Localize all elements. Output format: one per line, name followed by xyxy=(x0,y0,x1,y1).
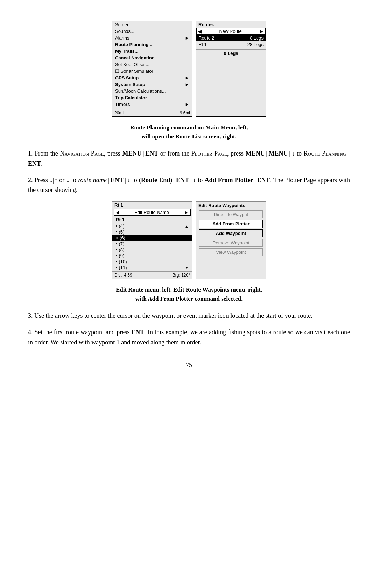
edit-route-name-row: ◀ Edit Route Name ► xyxy=(114,209,191,216)
menu-item-route-planning: Route Planning... xyxy=(112,41,192,48)
er-item-4: • (4) ▲ xyxy=(112,223,192,229)
er-item-8: • (8) xyxy=(112,247,192,253)
menu-item-sonar: ☐ Sonar Simulator xyxy=(112,68,192,74)
menu-item-timers: Timers ► xyxy=(112,101,192,108)
erw-btn-remove: Remove Waypoint xyxy=(199,239,263,247)
paragraph3: 3. Use the arrow keys to center the curs… xyxy=(28,311,350,321)
route-planning-sc: Route Planning xyxy=(304,150,346,157)
menu-footer: 20mi 9.6mi xyxy=(112,109,192,116)
routes-header: Routes xyxy=(196,21,266,28)
er-item-5: • (5) xyxy=(112,229,192,235)
paragraph4: 4. Set the first route waypoint and pres… xyxy=(28,327,350,347)
menu-footer-left: 20mi xyxy=(114,110,124,115)
erw-btn-view: View Waypoint xyxy=(199,248,263,256)
routes-new-route: ◀ New Route ► xyxy=(196,28,266,35)
er-item-6: ○ (6) xyxy=(112,235,192,241)
menu-item-trip-calc: Trip Calculator... xyxy=(112,94,192,101)
new-route-arrow-left: ◀ xyxy=(198,29,202,34)
nav-page-sc: Navigation Page xyxy=(60,150,104,157)
er-footer-dist: Dist: 4.59 xyxy=(114,273,132,278)
er-item-11: • (11) ▼ xyxy=(112,265,192,271)
edit-route-name-arrow-left: ◀ xyxy=(116,210,119,215)
routes-footer: 0 Legs xyxy=(196,49,266,57)
routes-screen: Routes ◀ New Route ► Route 2 0 Legs Rt 1… xyxy=(196,21,266,117)
edit-route-title: Rt 1 xyxy=(112,202,192,208)
menu-item-sounds: Sounds... xyxy=(112,28,192,35)
erw-title: Edit Route Waypoints xyxy=(196,202,266,209)
er-item-9: • (9) xyxy=(112,253,192,259)
menu-item-sunmoon: Sun/Moon Calculations... xyxy=(112,88,192,94)
menu-footer-right: 9.6mi xyxy=(180,110,190,115)
page-number: 75 xyxy=(28,361,350,369)
er-item-10: • (10) xyxy=(112,259,192,265)
edit-route-rt1: Rt 1 xyxy=(112,216,192,223)
edit-waypoints-screen: Edit Route Waypoints Direct To Waypnt Ad… xyxy=(196,201,266,279)
edit-route-footer: Dist: 4.59 Brg: 120° xyxy=(112,271,192,279)
edit-route-name-label: Edit Route Name xyxy=(134,210,169,215)
main-menu-screen: Screen... Sounds... Alarms ► Route Plann… xyxy=(112,21,192,117)
menu-item-alarms: Alarms ► xyxy=(112,35,192,41)
bottom-screenshots-row: Rt 1 ◀ Edit Route Name ► Rt 1 • (4) ▲ • … xyxy=(28,201,350,279)
routes-item-route2: Route 2 0 Legs xyxy=(196,35,266,41)
erw-btn-direct: Direct To Waypnt xyxy=(199,210,263,218)
edit-route-screen: Rt 1 ◀ Edit Route Name ► Rt 1 • (4) ▲ • … xyxy=(112,201,192,279)
edit-route-name-arrow-right: ► xyxy=(184,210,189,215)
menu-item-system-setup: System Setup ► xyxy=(112,81,192,88)
er-item-7: • (7) xyxy=(112,241,192,247)
menu-item-gps-setup: GPS Setup ► xyxy=(112,74,192,81)
top-caption: Route Planning command on Main Menu, lef… xyxy=(28,123,350,141)
new-route-label: New Route xyxy=(219,29,241,34)
routes-item-rt1: Rt 1 28 Legs xyxy=(196,41,266,48)
paragraph2: 2. Press ↓|↑ or ↓ to route name | ENT | … xyxy=(28,175,350,195)
er-footer-brg: Brg: 120° xyxy=(173,273,190,278)
erw-btn-add-waypoint: Add Waypoint xyxy=(199,229,263,237)
top-screenshots-row: Screen... Sounds... Alarms ► Route Plann… xyxy=(28,21,350,117)
menu-item-cancel-navigation: Cancel Navigation xyxy=(112,55,192,61)
menu-item-set-keel: Set Keel Offset... xyxy=(112,61,192,68)
bottom-caption: Edit Route menu, left. Edit Route Waypoi… xyxy=(28,285,350,303)
erw-btn-add-plotter: Add From Plotter xyxy=(199,220,263,228)
paragraph1: 1. From the Navigation Page, press MENU … xyxy=(28,149,350,169)
plotter-page-sc: Plotter Page xyxy=(191,150,227,157)
menu-item-my-trails: My Trails... xyxy=(112,48,192,55)
menu-item-screen: Screen... xyxy=(112,21,192,28)
new-route-arrow-right: ► xyxy=(259,29,264,34)
